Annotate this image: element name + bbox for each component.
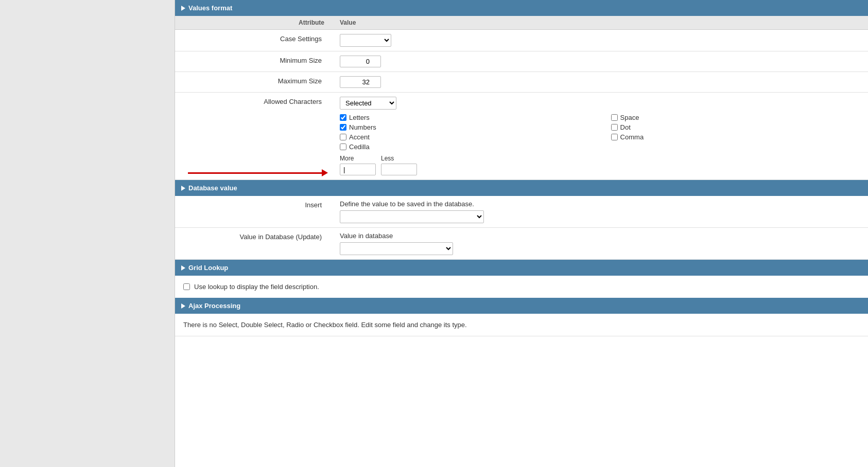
lookup-checkbox-label: Use lookup to display the field descript… <box>194 283 319 291</box>
value-in-db-sublabel: Value in database <box>340 232 863 240</box>
ajax-processing-arrow-icon <box>181 303 185 309</box>
maximum-size-row: Maximum Size <box>175 72 868 93</box>
dot-label: Dot <box>620 123 631 131</box>
database-value-title: Database value <box>188 184 237 192</box>
comma-label: Comma <box>620 133 644 141</box>
less-input[interactable] <box>381 164 417 175</box>
case-settings-select[interactable] <box>340 34 391 47</box>
more-input[interactable] <box>340 164 376 175</box>
dot-checkbox-item: Dot <box>611 123 863 131</box>
less-label: Less <box>381 155 417 162</box>
insert-label: Insert <box>175 196 329 228</box>
case-settings-row: Case Settings <box>175 30 868 51</box>
letters-label: Letters <box>349 114 370 121</box>
more-less-section: More Less <box>340 155 863 175</box>
values-format-body: Attribute Value Case Settings Minimum S <box>175 16 868 180</box>
grid-lookup-arrow-icon <box>181 265 185 271</box>
allowed-characters-label: Allowed Characters <box>175 93 329 180</box>
values-format-header[interactable]: Values format <box>175 0 868 16</box>
maximum-size-input[interactable] <box>340 76 381 88</box>
value-in-db-value-cell: Value in database <box>329 228 868 260</box>
ajax-processing-header[interactable]: Ajax Processing <box>175 298 868 314</box>
database-value-body: Insert Define the value to be saved in t… <box>175 196 868 260</box>
insert-value-cell: Define the value to be saved in the data… <box>329 196 868 228</box>
attribute-col-header: Attribute <box>175 16 329 30</box>
space-label: Space <box>620 114 639 121</box>
grid-lookup-body: Use lookup to display the field descript… <box>175 276 868 298</box>
space-checkbox[interactable] <box>611 114 618 121</box>
ajax-processing-body: There is no Select, Double Select, Radio… <box>175 314 868 336</box>
case-settings-label: Case Settings <box>175 30 329 51</box>
minimum-size-label: Minimum Size <box>175 51 329 72</box>
value-col-header: Value <box>329 16 868 30</box>
more-col: More <box>340 155 376 175</box>
values-format-table: Attribute Value Case Settings Minimum S <box>175 16 868 180</box>
lookup-row: Use lookup to display the field descript… <box>175 276 868 298</box>
letters-checkbox-item: Letters <box>340 114 596 121</box>
more-less-row: More Less <box>340 155 863 175</box>
values-format-title: Values format <box>188 4 232 12</box>
numbers-checkbox-item: Numbers <box>340 123 596 131</box>
allowed-characters-row: Allowed Characters Selected All <box>175 93 868 180</box>
ajax-processing-title: Ajax Processing <box>188 302 240 310</box>
comma-checkbox[interactable] <box>611 134 618 140</box>
lookup-checkbox[interactable] <box>183 283 190 290</box>
cedilla-checkbox-item: Cedilla <box>340 143 596 151</box>
dot-checkbox[interactable] <box>611 124 618 131</box>
allowed-characters-value-cell: Selected All Letters <box>329 93 868 180</box>
accent-label: Accent <box>349 133 370 141</box>
grid-lookup-title: Grid Lookup <box>188 264 228 272</box>
insert-description: Define the value to be saved in the data… <box>340 200 863 208</box>
red-arrow-line <box>188 172 322 174</box>
numbers-checkbox[interactable] <box>340 124 346 131</box>
database-value-header[interactable]: Database value <box>175 180 868 196</box>
database-value-arrow-icon <box>181 186 185 191</box>
red-arrow-head <box>322 169 328 176</box>
allowed-chars-dropdown-container: Selected All <box>340 97 863 110</box>
cedilla-checkbox[interactable] <box>340 143 346 150</box>
comma-checkbox-item: Comma <box>611 133 863 141</box>
space-checkbox-item: Space <box>611 114 863 121</box>
grid-lookup-header[interactable]: Grid Lookup <box>175 260 868 276</box>
accent-checkbox-item: Accent <box>340 133 596 141</box>
main-content: Values format Attribute Value Case Setti… <box>175 0 868 467</box>
more-label: More <box>340 155 376 162</box>
cedilla-label: Cedilla <box>349 143 370 151</box>
value-in-db-select[interactable] <box>340 242 453 255</box>
insert-select[interactable] <box>340 210 484 223</box>
checkboxes-grid: Letters Space Numbers <box>340 114 863 151</box>
maximum-size-value-cell <box>329 72 868 93</box>
minimum-size-value-cell <box>329 51 868 72</box>
minimum-size-input[interactable] <box>340 56 381 67</box>
database-value-table: Insert Define the value to be saved in t… <box>175 196 868 260</box>
letters-checkbox[interactable] <box>340 114 346 121</box>
red-arrow-annotation <box>188 169 328 176</box>
value-in-db-row: Value in Database (Update) Value in data… <box>175 228 868 260</box>
bottom-spacer <box>175 336 868 356</box>
allowed-chars-select[interactable]: Selected All <box>340 97 396 110</box>
minimum-size-row: Minimum Size <box>175 51 868 72</box>
less-col: Less <box>381 155 417 175</box>
numbers-label: Numbers <box>349 123 376 131</box>
case-settings-value-cell <box>329 30 868 51</box>
values-format-arrow-icon <box>181 6 185 11</box>
accent-checkbox[interactable] <box>340 134 346 140</box>
insert-row: Insert Define the value to be saved in t… <box>175 196 868 228</box>
value-in-db-label: Value in Database (Update) <box>175 228 329 260</box>
maximum-size-label: Maximum Size <box>175 72 329 93</box>
left-sidebar <box>0 0 175 467</box>
ajax-message: There is no Select, Double Select, Radio… <box>175 314 868 336</box>
